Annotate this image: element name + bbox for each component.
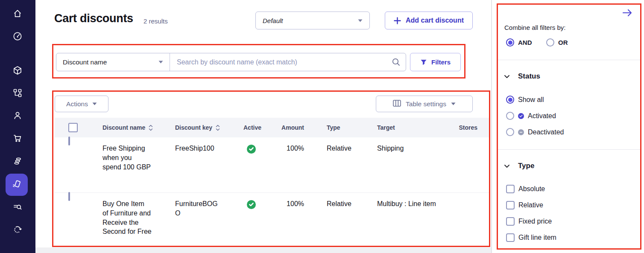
search-control: Discount name <box>56 53 406 71</box>
hierarchy-icon <box>12 88 23 100</box>
status-section-title: Status <box>518 72 540 81</box>
cell-stores <box>454 193 490 247</box>
search-button[interactable] <box>386 53 406 71</box>
cell-amount: 100% <box>281 137 304 192</box>
status-option-show-all[interactable]: Show all <box>506 96 544 104</box>
row-checkbox[interactable] <box>68 137 70 145</box>
type-option-fixed-price[interactable]: Fixed price <box>506 217 552 226</box>
content-divider <box>491 0 492 253</box>
sort-icon <box>216 125 220 131</box>
col-label: Active <box>243 124 261 131</box>
relative-label: Relative <box>518 201 543 209</box>
row-checkbox[interactable] <box>68 192 70 201</box>
col-label: Discount key <box>175 124 212 131</box>
cell-discount-name: Free Shipping when you spend 100 GBP <box>102 137 175 192</box>
radio-activated[interactable] <box>506 112 514 120</box>
sidebar-item-pricing[interactable] <box>12 157 23 168</box>
table-header-row: Discount name Discount key Active Amount… <box>55 118 490 137</box>
view-select[interactable]: Default <box>255 12 370 29</box>
app-window: Cart discounts 2 results Default Add car… <box>0 0 644 253</box>
actions-button[interactable]: Actions <box>55 96 108 112</box>
panel-divider <box>498 149 640 150</box>
search-field-select[interactable]: Discount name <box>56 53 170 71</box>
table-row[interactable]: Free Shipping when you spend 100 GBP Fre… <box>55 137 490 193</box>
radio-or[interactable] <box>546 38 554 47</box>
view-select-value: Default <box>263 17 283 24</box>
chevron-down-icon <box>92 102 97 105</box>
cell-stores <box>454 137 490 192</box>
sidebar-item-products[interactable] <box>12 66 23 77</box>
combine-option-and[interactable]: AND <box>506 38 532 47</box>
sidebar-item-discounts[interactable] <box>6 174 28 196</box>
select-all-cell <box>55 123 102 132</box>
col-label: Type <box>327 124 340 131</box>
type-section-title: Type <box>518 162 534 170</box>
cell-target: Multibuy : Line item <box>377 193 454 247</box>
absolute-label: Absolute <box>518 185 545 193</box>
checkbox-relative[interactable] <box>506 201 515 209</box>
type-section-header[interactable]: Type <box>504 162 534 170</box>
status-section-header[interactable]: Status <box>504 72 540 81</box>
cell-target: Shipping <box>377 137 454 192</box>
cell-discount-key: FurnitureBOGO <box>175 193 243 247</box>
add-cart-discount-label: Add cart discount <box>406 17 464 24</box>
chevron-down-icon <box>158 61 163 64</box>
col-label: Stores <box>459 124 477 131</box>
table-settings-button[interactable]: Table settings <box>376 96 473 112</box>
filters-button[interactable]: Filters <box>410 53 461 71</box>
search-list-icon <box>12 202 23 214</box>
sidebar-item-customers[interactable] <box>12 111 23 122</box>
status-option-deactivated[interactable]: Deactivated <box>506 128 564 136</box>
chevron-down-icon <box>504 75 510 79</box>
filters-label: Filters <box>431 58 451 66</box>
arrow-right-icon <box>622 11 633 18</box>
col-header-discount-name[interactable]: Discount name <box>102 124 175 131</box>
radio-and[interactable] <box>506 38 514 47</box>
checkbox-fixed-price[interactable] <box>506 217 515 226</box>
checkbox-absolute[interactable] <box>506 185 515 193</box>
chevron-down-icon <box>504 164 510 168</box>
sync-arrows-icon <box>12 224 23 236</box>
combine-option-or[interactable]: OR <box>546 38 568 47</box>
activated-badge-icon <box>518 113 524 119</box>
col-header-active: Active <box>243 124 281 131</box>
cell-active <box>243 193 281 247</box>
col-header-type: Type <box>304 124 377 131</box>
sidebar-item-sync[interactable] <box>12 225 23 236</box>
sidebar-item-categories[interactable] <box>12 88 23 99</box>
table-row[interactable]: Buy One Item of Furniture and Receive th… <box>55 193 490 247</box>
chevron-down-icon <box>451 102 456 105</box>
col-header-target: Target <box>377 124 454 131</box>
results-count: 2 results <box>143 17 168 25</box>
search-input[interactable] <box>170 53 386 71</box>
chevron-down-icon <box>358 19 363 22</box>
cell-type: Relative <box>304 193 377 247</box>
radio-deactivated[interactable] <box>506 128 514 136</box>
cell-type: Relative <box>304 137 377 192</box>
type-option-absolute[interactable]: Absolute <box>506 185 545 193</box>
add-cart-discount-button[interactable]: Add cart discount <box>385 12 473 29</box>
checkbox-gift-line-item[interactable] <box>506 233 515 242</box>
row-select-cell <box>55 193 102 247</box>
sidebar-item-dashboard[interactable] <box>12 32 23 43</box>
sidebar-item-home[interactable] <box>12 9 23 20</box>
col-header-stores: Stores <box>454 124 490 131</box>
fixed-price-label: Fixed price <box>518 218 552 225</box>
cube-icon <box>12 65 23 77</box>
sidebar <box>0 0 35 253</box>
sidebar-item-orders[interactable] <box>12 134 23 145</box>
page-title: Cart discounts <box>54 12 133 25</box>
type-option-relative[interactable]: Relative <box>506 201 543 209</box>
type-option-gift-line-item[interactable]: Gift line item <box>506 233 556 242</box>
deactivated-label: Deactivated <box>528 128 564 136</box>
status-option-activated[interactable]: Activated <box>506 112 556 120</box>
select-all-checkbox[interactable] <box>68 123 78 132</box>
col-header-discount-key[interactable]: Discount key <box>175 124 243 131</box>
cart-icon <box>12 133 23 145</box>
col-label: Amount <box>281 124 304 131</box>
radio-show-all[interactable] <box>506 96 514 104</box>
sidebar-item-operations[interactable] <box>12 202 23 213</box>
actions-label: Actions <box>66 100 88 108</box>
gift-line-item-label: Gift line item <box>518 234 556 241</box>
collapse-panel-button[interactable] <box>622 9 634 18</box>
